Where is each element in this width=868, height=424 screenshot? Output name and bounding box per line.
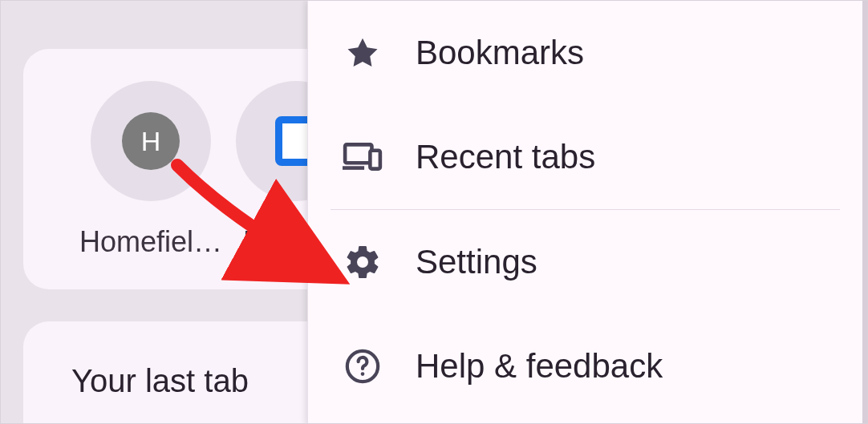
svg-rect-2 (370, 151, 380, 169)
devices-icon (340, 140, 385, 174)
menu-item-bookmarks[interactable]: Bookmarks (308, 1, 862, 105)
svg-point-4 (361, 372, 365, 376)
star-icon (340, 34, 385, 71)
menu-item-label: Settings (416, 243, 537, 281)
shortcut-homefield[interactable]: H Homefiel… (79, 81, 222, 259)
shortcut-icon-wrap: H (91, 81, 211, 201)
screen-root: H Homefiel… Board… Your last tab Bookmar… (0, 0, 868, 424)
menu-item-help-feedback[interactable]: Help & feedback (308, 314, 862, 418)
svg-rect-0 (345, 144, 371, 163)
menu-item-settings[interactable]: Settings (308, 210, 862, 314)
menu-item-recent-tabs[interactable]: Recent tabs (308, 105, 862, 209)
menu-item-label: Help & feedback (416, 347, 663, 386)
scrollbar-track[interactable] (862, 1, 867, 424)
gear-icon (340, 243, 385, 281)
menu-item-label: Bookmarks (416, 34, 584, 72)
menu-item-label: Recent tabs (416, 138, 595, 176)
help-icon (340, 348, 385, 385)
shortcut-label: Homefiel… (79, 225, 222, 259)
site-initial-badge: H (122, 112, 180, 170)
overflow-menu: Bookmarks Recent tabs Settings (307, 1, 862, 424)
